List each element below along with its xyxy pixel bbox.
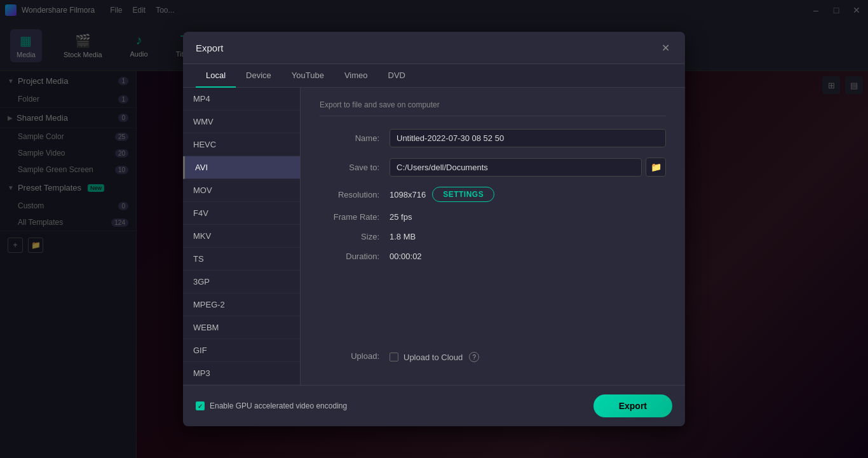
frame-rate-label: Frame Rate: — [320, 212, 390, 222]
duration-row: Duration: 00:00:02 — [320, 252, 666, 261]
export-subtitle: Export to file and save on computer — [320, 100, 666, 116]
format-avi[interactable]: AVI — [183, 156, 300, 179]
modal-title: Export — [196, 43, 223, 53]
format-mp4[interactable]: MP4 — [183, 88, 300, 111]
format-mov[interactable]: MOV — [183, 179, 300, 202]
modal-overlay: Export ✕ Local Device YouTube Vimeo DVD — [0, 0, 868, 458]
modal-tabs: Local Device YouTube Vimeo DVD — [183, 64, 685, 88]
save-to-input[interactable] — [390, 158, 642, 177]
format-ts[interactable]: TS — [183, 248, 300, 271]
format-wmv[interactable]: WMV — [183, 111, 300, 133]
name-input[interactable] — [390, 129, 666, 147]
resolution-value: 1098x716 — [390, 190, 426, 199]
modal-header: Export ✕ — [183, 32, 685, 64]
format-f4v[interactable]: F4V — [183, 202, 300, 225]
frame-rate-value: 25 fps — [390, 212, 412, 222]
duration-value: 00:00:02 — [390, 252, 422, 261]
upload-cloud-label: Upload to Cloud — [403, 353, 463, 362]
gpu-acceleration-check: ✓ Enable GPU accelerated video encoding — [196, 401, 347, 410]
export-button[interactable]: Export — [593, 394, 672, 417]
export-modal: Export ✕ Local Device YouTube Vimeo DVD — [183, 32, 685, 426]
size-row: Size: 1.8 MB — [320, 232, 666, 241]
save-to-row: Save to: 📁 — [320, 158, 666, 177]
modal-body: MP4 WMV HEVC AVI MOV F4V MKV TS 3GP MPEG… — [183, 88, 685, 385]
export-settings: Export to file and save on computer Name… — [301, 88, 685, 385]
modal-footer: ✓ Enable GPU accelerated video encoding … — [183, 385, 685, 426]
app-window: Wondershare Filmora File Edit Too... – □… — [0, 0, 868, 458]
format-mkv[interactable]: MKV — [183, 225, 300, 248]
name-label: Name: — [320, 133, 390, 143]
upload-row: Upload: Upload to Cloud ? — [320, 349, 666, 362]
upload-help-icon[interactable]: ? — [469, 352, 479, 362]
format-list: MP4 WMV HEVC AVI MOV F4V MKV TS 3GP MPEG… — [183, 88, 301, 385]
save-to-label: Save to: — [320, 163, 390, 172]
size-value: 1.8 MB — [390, 232, 416, 241]
tab-youtube[interactable]: YouTube — [281, 64, 334, 88]
browse-folder-button[interactable]: 📁 — [646, 158, 666, 177]
gpu-label: Enable GPU accelerated video encoding — [210, 401, 347, 410]
resolution-row: Resolution: 1098x716 SETTINGS — [320, 187, 666, 202]
tab-vimeo[interactable]: Vimeo — [334, 64, 378, 88]
format-webm[interactable]: WEBM — [183, 316, 300, 339]
modal-close-button[interactable]: ✕ — [658, 41, 672, 55]
name-row: Name: — [320, 129, 666, 147]
upload-label: Upload: — [320, 351, 390, 361]
tab-device[interactable]: Device — [236, 64, 281, 88]
gpu-checkbox[interactable]: ✓ — [196, 401, 205, 410]
tab-local[interactable]: Local — [196, 64, 236, 88]
format-gif[interactable]: GIF — [183, 339, 300, 362]
frame-rate-row: Frame Rate: 25 fps — [320, 212, 666, 222]
settings-button[interactable]: SETTINGS — [432, 187, 494, 202]
size-label: Size: — [320, 232, 390, 241]
format-mp3[interactable]: MP3 — [183, 362, 300, 385]
upload-cloud-checkbox-box — [390, 353, 398, 361]
duration-label: Duration: — [320, 252, 390, 261]
format-hevc[interactable]: HEVC — [183, 133, 300, 156]
upload-cloud-checkbox[interactable]: Upload to Cloud — [390, 353, 463, 362]
tab-dvd[interactable]: DVD — [378, 64, 416, 88]
resolution-label: Resolution: — [320, 190, 390, 199]
format-3gp[interactable]: 3GP — [183, 271, 300, 293]
format-mpeg2[interactable]: MPEG-2 — [183, 293, 300, 316]
settings-spacer — [320, 271, 666, 349]
